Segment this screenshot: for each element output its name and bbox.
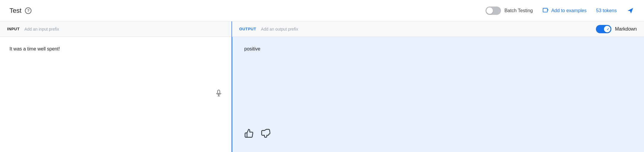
input-prefix-placeholder[interactable]: Add an input prefix (24, 27, 59, 31)
markdown-label: Markdown (615, 26, 637, 32)
header-left: Test ? (9, 7, 31, 15)
thumbs-up-icon[interactable] (244, 129, 254, 140)
add-to-examples-button[interactable]: Add to examples (542, 7, 586, 14)
markdown-toggle[interactable]: ✓ (596, 25, 611, 33)
batch-testing-group: Batch Testing (486, 7, 533, 15)
input-label: INPUT (7, 27, 20, 31)
feedback-icons (244, 129, 270, 140)
header: Test ? Batch Testing Add to examples 53 … (0, 0, 644, 21)
toolbar: INPUT Add an input prefix OUTPUT Add an … (0, 21, 644, 37)
markdown-group: ✓ Markdown (596, 25, 637, 33)
batch-testing-label: Batch Testing (505, 8, 533, 13)
input-text: It was a time well spent! (9, 46, 60, 51)
svg-rect-0 (543, 8, 548, 12)
help-icon[interactable]: ? (25, 7, 31, 14)
add-to-examples-icon (542, 7, 549, 14)
toolbar-output-section: OUTPUT Add an output prefix ✓ Markdown (232, 25, 644, 33)
output-prefix-placeholder[interactable]: Add an output prefix (261, 27, 298, 31)
header-right: Batch Testing Add to examples 53 tokens (486, 7, 635, 15)
toolbar-output-left: OUTPUT Add an output prefix (239, 27, 298, 31)
page-title: Test (9, 7, 21, 15)
batch-testing-toggle[interactable] (486, 7, 501, 15)
input-area[interactable]: It was a time well spent! (0, 37, 231, 152)
svg-rect-3 (218, 90, 220, 94)
toolbar-input-section: INPUT Add an input prefix (0, 27, 231, 31)
output-text: positive (244, 46, 260, 51)
tokens-count: 53 tokens (596, 8, 617, 13)
add-to-examples-label: Add to examples (551, 8, 586, 13)
mic-icon[interactable] (215, 89, 222, 99)
send-icon (626, 7, 635, 15)
output-area: positive (231, 37, 644, 152)
thumbs-down-icon[interactable] (261, 129, 270, 140)
output-label: OUTPUT (239, 27, 256, 31)
send-button[interactable] (626, 7, 635, 15)
main-content: It was a time well spent! positive (0, 37, 644, 152)
